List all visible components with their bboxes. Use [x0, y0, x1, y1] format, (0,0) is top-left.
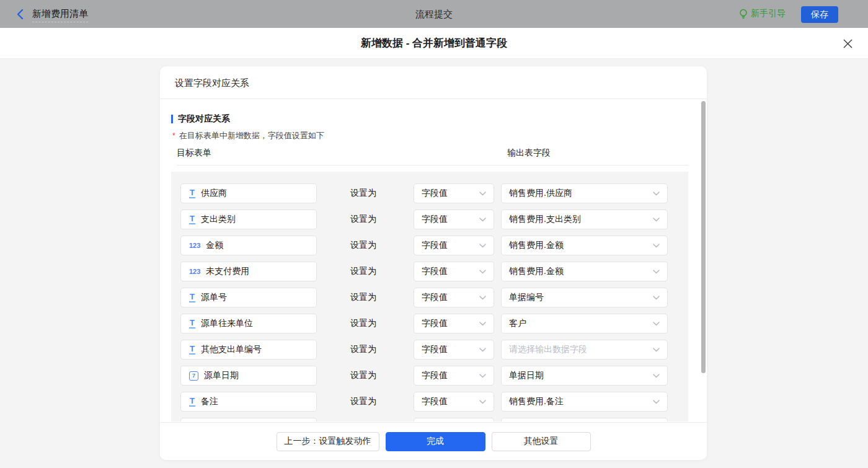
output-field-dropdown[interactable]: 请选择输出数据字段: [501, 340, 668, 360]
chevron-down-icon: [653, 296, 660, 300]
top-bar: 新增费用清单 流程提交 新手引导 保存: [0, 0, 868, 28]
target-field-label: 未支付费用: [206, 266, 249, 277]
value-type-dropdown[interactable]: 字段值: [414, 210, 494, 229]
target-field-box[interactable]: T 源单往来单位: [180, 314, 317, 333]
target-field-label: 源单日期: [204, 370, 239, 381]
section-heading: 字段对应关系: [171, 113, 230, 125]
target-field-box[interactable]: 7 源单日期: [180, 366, 317, 386]
beginner-guide-link[interactable]: 新手引导: [739, 8, 786, 19]
chevron-down-icon: [479, 348, 486, 352]
section-title: 字段对应关系: [178, 113, 230, 125]
field-mapping-list: T 供应商 设置为 字段值 销售费用.供应商 T 支出类别 设置为 字段值: [171, 172, 688, 422]
target-field-label: 源单号: [201, 292, 227, 303]
output-field-dropdown[interactable]: 销售费用.支出类别: [501, 210, 668, 229]
chevron-down-icon: [653, 270, 660, 274]
target-field-label: 金额: [206, 240, 223, 251]
target-field-box[interactable]: T 供应商: [180, 183, 317, 203]
value-type-dropdown[interactable]: 字段值: [414, 340, 494, 360]
chevron-down-icon: [653, 400, 660, 404]
chevron-down-icon: [653, 244, 660, 248]
text-field-icon: T: [189, 397, 195, 407]
node-title: 流程提交: [0, 9, 868, 20]
target-field-label: 支出类别: [201, 214, 236, 225]
value-type-dropdown[interactable]: 字段值: [414, 262, 494, 281]
lightbulb-icon: [739, 9, 748, 19]
close-icon[interactable]: [843, 38, 853, 49]
output-field-selected: 单据编号: [509, 292, 544, 303]
chevron-down-icon: [479, 270, 486, 274]
value-type-selected: 字段值: [422, 240, 448, 251]
field-mapping-row: 123 未支付费用 设置为 字段值 销售费用.金额: [171, 262, 688, 281]
output-field-dropdown[interactable]: [501, 418, 668, 422]
target-field-box[interactable]: T 源单号: [180, 288, 317, 307]
output-field-dropdown[interactable]: 销售费用.备注: [501, 392, 668, 412]
output-field-dropdown[interactable]: 销售费用.金额: [501, 262, 668, 281]
output-field-selected: 单据日期: [509, 370, 544, 381]
text-field-icon: T: [189, 319, 195, 329]
scrollbar-thumb[interactable]: [701, 101, 706, 373]
value-type-dropdown[interactable]: 字段值: [414, 183, 494, 203]
card-header-title: 设置字段对应关系: [160, 66, 707, 99]
set-as-label: 设置为: [350, 214, 376, 225]
chevron-down-icon: [653, 218, 660, 222]
required-note: *在目标表单中新增数据，字段值设置如下: [172, 130, 324, 141]
chevron-down-icon: [653, 192, 660, 196]
field-mapping-card: 设置字段对应关系 字段对应关系 *在目标表单中新增数据，字段值设置如下 目标表单…: [160, 66, 707, 460]
chevron-down-icon: [653, 348, 660, 352]
value-type-selected: 字段值: [422, 318, 448, 329]
beginner-guide-label: 新手引导: [751, 8, 786, 19]
dialog-body: 设置字段对应关系 字段对应关系 *在目标表单中新增数据，字段值设置如下 目标表单…: [0, 59, 868, 468]
target-field-label: 供应商: [201, 188, 227, 199]
value-type-selected: 字段值: [422, 266, 448, 277]
field-mapping-row: [171, 418, 688, 422]
output-field-selected: 客户: [509, 318, 526, 329]
value-type-selected: 字段值: [422, 292, 448, 303]
other-settings-button[interactable]: 其他设置: [492, 432, 591, 451]
previous-step-button[interactable]: 上一步：设置触发动作: [277, 432, 379, 451]
output-field-selected: 销售费用.供应商: [509, 188, 572, 199]
column-header-target-form: 目标表单: [177, 148, 211, 159]
value-type-dropdown[interactable]: 字段值: [414, 366, 494, 386]
target-field-box[interactable]: 123 金额: [180, 236, 317, 255]
target-field-box[interactable]: [180, 418, 317, 422]
field-mapping-row: T 支出类别 设置为 字段值 销售费用.支出类别: [171, 210, 688, 229]
value-type-selected: 字段值: [422, 344, 448, 355]
value-type-dropdown[interactable]: [414, 418, 494, 422]
set-as-label: 设置为: [350, 292, 376, 303]
field-mapping-row: T 源单往来单位 设置为 字段值 客户: [171, 314, 688, 333]
chevron-down-icon: [653, 374, 660, 378]
target-field-box[interactable]: T 支出类别: [180, 210, 317, 229]
output-field-dropdown[interactable]: 销售费用.供应商: [501, 183, 668, 203]
target-field-box[interactable]: T 备注: [180, 392, 317, 412]
output-field-selected: 销售费用.金额: [509, 266, 564, 277]
finish-button[interactable]: 完成: [386, 432, 485, 451]
value-type-dropdown[interactable]: 字段值: [414, 314, 494, 333]
section-accent-bar: [171, 115, 173, 123]
card-footer: 上一步：设置触发动作 完成 其他设置: [160, 422, 707, 460]
text-field-icon: T: [189, 293, 195, 302]
output-field-dropdown[interactable]: 单据日期: [501, 366, 668, 386]
value-type-dropdown[interactable]: 字段值: [414, 288, 494, 307]
output-field-dropdown[interactable]: 单据编号: [501, 288, 668, 307]
target-field-box[interactable]: T 其他支出单编号: [180, 340, 317, 360]
output-field-selected: 销售费用.支出类别: [509, 214, 581, 225]
number-field-icon: 123: [189, 242, 200, 249]
value-type-selected: 字段值: [422, 370, 448, 381]
output-field-dropdown[interactable]: 客户: [501, 314, 668, 333]
save-button[interactable]: 保存: [801, 6, 838, 23]
chevron-down-icon: [479, 218, 486, 222]
text-field-icon: T: [189, 345, 195, 355]
dialog-title: 新增数据 - 合并新增到普通字段: [0, 28, 868, 59]
output-field-dropdown[interactable]: 销售费用.金额: [501, 236, 668, 255]
set-as-label: 设置为: [350, 396, 376, 407]
target-field-box[interactable]: 123 未支付费用: [180, 262, 317, 281]
chevron-down-icon: [479, 244, 486, 248]
number-field-icon: 123: [189, 268, 200, 275]
set-as-label: 设置为: [350, 240, 376, 251]
value-type-selected: 字段值: [422, 396, 448, 407]
target-field-label: 源单往来单位: [201, 318, 253, 329]
chevron-down-icon: [479, 374, 486, 378]
value-type-dropdown[interactable]: 字段值: [414, 236, 494, 255]
value-type-dropdown[interactable]: 字段值: [414, 392, 494, 412]
set-as-label: 设置为: [350, 318, 376, 329]
